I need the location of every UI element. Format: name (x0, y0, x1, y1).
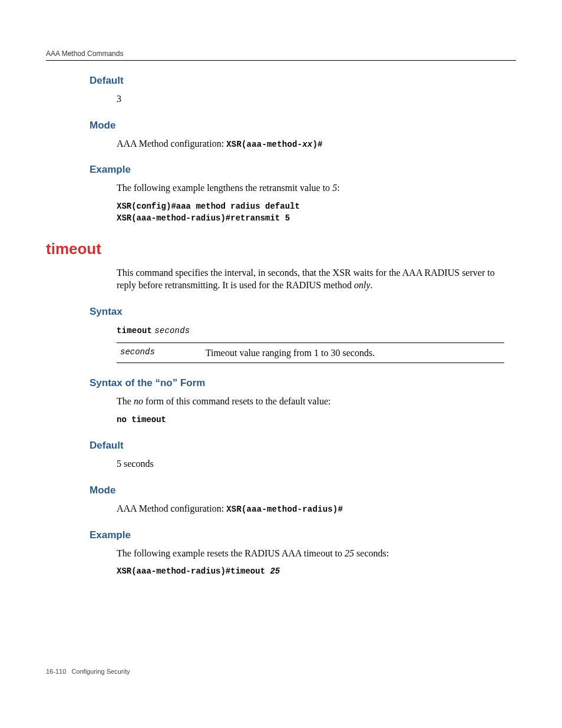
example-text-b: : (337, 183, 339, 193)
syntax-line: timeout seconds (117, 324, 504, 337)
desc-a: This command specifies the interval, in … (117, 268, 495, 291)
example2-code-a: XSR(aaa-method-radius)#timeout (117, 566, 270, 576)
syntax-table: seconds Timeout value ranging from 1 to … (117, 342, 504, 364)
table-param: seconds (117, 342, 202, 363)
example-text-a: The following example lengthens the retr… (117, 183, 332, 193)
mode-text-2: AAA Method configuration: XSR(aaa-method… (117, 502, 504, 515)
default-value-2: 5 seconds (117, 457, 504, 470)
no-text-a: The (117, 396, 134, 406)
heading-default: Default (90, 75, 516, 87)
no-text-b: form of this command resets to the defau… (143, 396, 331, 406)
table-row: seconds Timeout value ranging from 1 to … (117, 342, 504, 363)
table-desc: Timeout value ranging from 1 to 30 secon… (202, 342, 504, 363)
example-text: The following example lengthens the retr… (117, 182, 504, 195)
running-head: AAA Method Commands (46, 50, 516, 61)
heading-syntax: Syntax (90, 306, 516, 318)
example-code: XSR(config)#aaa method radius default XS… (117, 200, 504, 225)
mode-prompt-a: XSR(aaa-method- (226, 140, 302, 149)
no-text-ital: no (134, 396, 143, 406)
example2-text-a: The following example resets the RADIUS … (117, 548, 345, 558)
syntax-cmd: timeout (117, 326, 152, 335)
mode-prompt-var: xx (302, 140, 312, 149)
timeout-description: This command specifies the interval, in … (117, 266, 504, 292)
page: AAA Method Commands Default 3 Mode AAA M… (0, 0, 562, 728)
syntax-arg: seconds (154, 326, 190, 335)
mode-prompt-b: )# (312, 140, 322, 149)
page-footer: 16-110 Configuring Security (46, 668, 130, 675)
mode-prefix-2: AAA Method configuration: (117, 503, 226, 513)
no-form-code: no timeout (117, 414, 504, 426)
default-value: 3 (117, 93, 504, 106)
footer-page: 16-110 (46, 668, 66, 675)
example2-text-val: 25 (345, 548, 354, 558)
heading-no-form: Syntax of the “no” Form (90, 377, 516, 389)
mode-prefix: AAA Method configuration: (117, 139, 226, 149)
heading-mode: Mode (90, 120, 516, 131)
footer-title: Configuring Security (71, 668, 130, 675)
example2-code-arg: 25 (270, 566, 280, 576)
heading-example-2: Example (90, 529, 516, 541)
desc-only: only (354, 280, 371, 290)
desc-b: . (371, 280, 373, 290)
heading-mode-2: Mode (90, 485, 516, 496)
example-code-2: XSR(aaa-method-radius)#timeout 25 (117, 565, 504, 577)
heading-default-2: Default (90, 440, 516, 452)
example2-text-b: seconds: (354, 548, 389, 558)
command-title-timeout: timeout (46, 240, 516, 258)
example-text-2: The following example resets the RADIUS … (117, 547, 504, 560)
heading-example: Example (90, 164, 516, 176)
no-form-text: The no form of this command resets to th… (117, 395, 504, 408)
mode-prompt-2: XSR(aaa-method-radius)# (226, 505, 343, 514)
mode-text: AAA Method configuration: XSR(aaa-method… (117, 137, 504, 150)
example-text-val: 5 (332, 183, 337, 193)
